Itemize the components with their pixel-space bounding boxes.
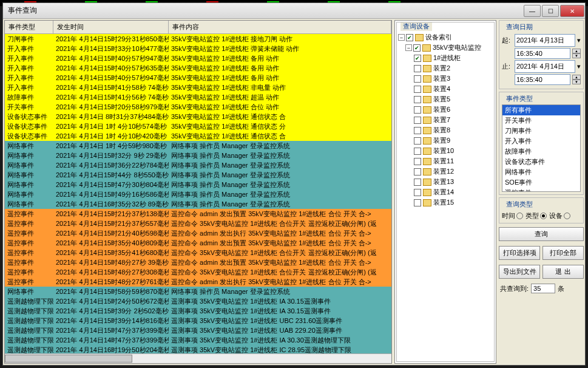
tree-device-item[interactable]: 1#进线柜 — [397, 53, 494, 63]
radio-时间[interactable] — [516, 213, 523, 219]
event-row[interactable]: 设备状态事件2021年 4月14日 1时 4分10秒574毫秒35kV变电站监控… — [5, 121, 391, 131]
spin-down-icon[interactable]: ▼ — [572, 53, 581, 58]
checkbox[interactable] — [414, 117, 421, 124]
dropdown-icon[interactable]: ▾ — [577, 63, 581, 70]
spin-up-icon[interactable]: ▲ — [572, 49, 581, 53]
minimize-button[interactable]: — — [524, 5, 541, 17]
col-type[interactable]: 事件类型 — [5, 21, 53, 33]
export-button[interactable]: 导出到文件 — [499, 265, 540, 279]
tree-root[interactable]: − 设备索引 — [397, 32, 494, 43]
print-selection-button[interactable]: 打印选择项 — [499, 246, 540, 260]
checkbox[interactable] — [406, 34, 413, 41]
horizontal-scrollbar[interactable] — [5, 353, 391, 363]
event-row[interactable]: 遥测越物理下限2021年 4月14日15时47分37秒399毫秒遥测事项 35k… — [5, 325, 391, 335]
event-row[interactable]: 开入事件2021年 4月14日15时40分57秒947毫秒35kV变电站监控 1… — [5, 73, 391, 83]
event-body[interactable]: 刀闸事件2021年 4月14日15时29分31秒850毫秒35kV变电站监控 1… — [5, 34, 391, 353]
scrollbar-thumb[interactable] — [5, 355, 132, 363]
event-type-option[interactable]: 开关事件 — [502, 115, 580, 126]
tree-device-item[interactable]: 装置11 — [397, 156, 494, 166]
event-row[interactable]: 遥控事件2021年 4月14日15时35分41秒680毫秒遥控命令 35kV变电… — [5, 248, 391, 257]
event-row[interactable]: 网络事件2021年 4月14日15时44分 8秒550毫秒网络事项 操作员 Ma… — [5, 170, 391, 180]
event-row[interactable]: 遥测越物理下限2021年 4月14日15时39分14秒816毫秒遥测事项 35k… — [5, 316, 391, 325]
event-row[interactable]: 遥控事件2021年 4月14日15时21分37秒557毫秒遥控命令 35kV变电… — [5, 219, 391, 228]
expand-icon[interactable]: − — [405, 44, 412, 51]
tree-device-item[interactable]: 装置14 — [397, 187, 494, 197]
dropdown-icon[interactable]: ▾ — [577, 36, 581, 44]
event-type-option[interactable]: 刀闸事件 — [502, 126, 580, 136]
event-type-option[interactable]: SOE事件 — [502, 177, 580, 188]
exit-button[interactable]: 退 出 — [542, 265, 584, 279]
from-date-input[interactable]: 2021年 4月13日 — [515, 34, 575, 47]
checkbox[interactable] — [413, 44, 421, 52]
event-row[interactable]: 网络事件2021年 4月14日 1时 4分59秒980毫秒网络事项 操作员 Ma… — [5, 141, 391, 151]
event-row[interactable]: 遥测越物理下限2021年 4月14日16时19分50秒204毫秒遥测事项 35k… — [5, 345, 391, 353]
from-time-input[interactable]: 16:35:40 — [515, 48, 570, 59]
event-type-option[interactable]: 网络事件 — [502, 167, 580, 177]
tree-device-item[interactable]: 装置7 — [397, 115, 494, 125]
event-row[interactable]: 遥控事件2021年 4月14日15时35分40秒809毫秒遥控命令 admin … — [5, 238, 391, 248]
event-row[interactable]: 网络事件2021年 4月14日15时32分 9秒 29毫秒网络事项 操作员 Ma… — [5, 151, 391, 160]
event-row[interactable]: 遥控事件2021年 4月14日15时48分27秒308毫秒遥控命令 35kV变电… — [5, 267, 391, 277]
tree-device-item[interactable]: 装置15 — [397, 197, 494, 208]
checkbox[interactable] — [414, 86, 421, 93]
event-row[interactable]: 网络事件2021年 4月14日15时58分59秒870毫秒网络事项 操作员 Ma… — [5, 287, 391, 296]
event-row[interactable]: 遥控事件2021年 4月14日15时21分37秒138毫秒遥控命令 admin … — [5, 209, 391, 219]
event-row[interactable]: 遥控事件2021年 4月14日15时48分27秒761毫秒遥控命令 admin … — [5, 277, 391, 287]
checkbox[interactable] — [414, 189, 421, 196]
event-row[interactable]: 设备状态事件2021年 4月14日 1时 4分10秒420毫秒35kV变电站监控… — [5, 131, 391, 141]
col-time[interactable]: 发生时间 — [53, 21, 169, 33]
checkbox[interactable] — [414, 179, 421, 186]
spin-down-icon[interactable]: ▼ — [572, 80, 581, 84]
tree-device-item[interactable]: 装置4 — [397, 84, 494, 94]
print-all-button[interactable]: 打印全部 — [542, 246, 584, 260]
tree-device-item[interactable]: 装置10 — [397, 146, 494, 156]
checkbox[interactable] — [414, 127, 421, 134]
event-row[interactable]: 网络事件2021年 4月14日16时35分32秒 89毫秒网络事项 操作员 Ma… — [5, 199, 391, 209]
tree-device-item[interactable]: 装置3 — [397, 73, 494, 84]
checkbox[interactable] — [414, 158, 421, 165]
checkbox[interactable] — [414, 137, 421, 145]
event-row[interactable]: 网络事件2021年 4月14日15时36分22秒784毫秒网络事项 操作员 Ma… — [5, 160, 391, 170]
event-type-option[interactable]: 所有事件 — [502, 105, 580, 115]
checkbox[interactable] — [414, 106, 421, 114]
event-row[interactable]: 遥测越物理下限2021年 4月14日14时47分37秒399毫秒遥测事项 35k… — [5, 335, 391, 345]
event-row[interactable]: 遥测越物理下限2021年 4月14日15时24分50秒672毫秒遥测事项 35k… — [5, 296, 391, 306]
event-row[interactable]: 遥测越物理下限2021年 4月14日15时39分 2秒502毫秒遥测事项 35k… — [5, 306, 391, 316]
checkbox[interactable] — [414, 65, 421, 72]
event-row[interactable]: 设备状态事件2021年 4月14日 8时31分37秒484毫秒35kV变电站监控… — [5, 112, 391, 121]
checkbox[interactable] — [414, 148, 421, 155]
tree-device-item[interactable]: 装置5 — [397, 94, 494, 104]
checkbox[interactable] — [414, 199, 421, 206]
radio-设备[interactable] — [564, 213, 570, 219]
col-content[interactable]: 事件内容 — [169, 21, 391, 33]
event-row[interactable]: 开入事件2021年 4月14日15时40分57秒947毫秒35kV变电站监控 1… — [5, 53, 391, 63]
checkbox[interactable] — [414, 55, 421, 62]
event-type-option[interactable]: 遥控事件 — [502, 188, 580, 192]
query-button[interactable]: 查询 — [499, 227, 584, 241]
event-row[interactable]: 开入事件2021年 4月14日15时40分57秒635毫秒35kV变电站监控 1… — [5, 63, 391, 73]
tree-sub[interactable]: − 35kV变电站监控 — [397, 43, 494, 53]
event-row[interactable]: 遥控事件2021年 4月14日15时21分40秒598毫秒遥控命令 admin … — [5, 228, 391, 238]
to-date-input[interactable]: 2021年 4月14日 — [515, 60, 575, 73]
checkbox[interactable] — [414, 75, 421, 83]
event-type-list[interactable]: 所有事件开关事件刀闸事件开入事件故障事件设备状态事件网络事件SOE事件遥控事件开… — [502, 104, 581, 192]
checkbox[interactable] — [414, 168, 421, 175]
event-row[interactable]: 开入事件2021年 4月14日15时33分10秒477毫秒35kV变电站监控 1… — [5, 44, 391, 53]
tree-device-item[interactable]: 装置12 — [397, 166, 494, 177]
tree-device-item[interactable]: 装置13 — [397, 177, 494, 187]
checkbox[interactable] — [414, 96, 421, 103]
to-time-input[interactable]: 16:35:40 — [515, 74, 570, 85]
event-row[interactable]: 故障事件2021年 4月14日15时41分56秒 74毫秒35kV变电站监控 1… — [5, 92, 391, 102]
tree-device-item[interactable]: 装置2 — [397, 63, 494, 73]
event-row[interactable]: 开关事件2021年 4月14日15时20分58秒979毫秒35kV变电站监控 1… — [5, 102, 391, 112]
tree-device-item[interactable]: 装置9 — [397, 135, 494, 146]
expand-icon[interactable]: − — [398, 34, 405, 41]
tree-device-item[interactable]: 装置8 — [397, 125, 494, 135]
event-row[interactable]: 刀闸事件2021年 4月14日15时29分31秒850毫秒35kV变电站监控 1… — [5, 34, 391, 44]
spin-up-icon[interactable]: ▲ — [572, 75, 581, 80]
event-type-option[interactable]: 设备状态事件 — [502, 157, 580, 167]
maximize-button[interactable]: ☐ — [542, 5, 559, 17]
event-row[interactable]: 网络事件2021年 4月14日15时47分30秒804毫秒网络事项 操作员 Ma… — [5, 180, 391, 189]
event-row[interactable]: 遥控事件2021年 4月14日15时48分27秒 39毫秒遥控命令 admin … — [5, 257, 391, 267]
tree-device-item[interactable]: 装置6 — [397, 104, 494, 115]
